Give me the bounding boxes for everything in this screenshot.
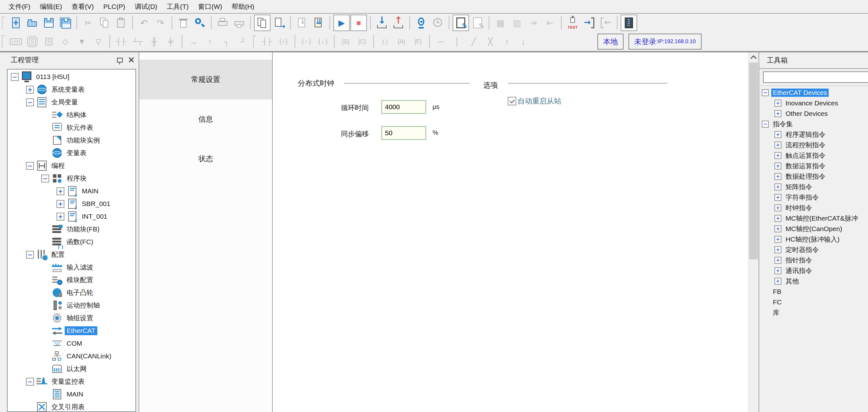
- tree-item-global-vars[interactable]: −全局变量: [8, 96, 135, 109]
- expand-icon[interactable]: +: [774, 257, 784, 264]
- expand-icon[interactable]: +: [774, 236, 784, 243]
- expand-icon[interactable]: +: [774, 204, 784, 211]
- toolbox-item-fb[interactable]: FB: [759, 286, 868, 297]
- toolbox-item-ethercat-devices[interactable]: −EtherCAT Devices: [759, 87, 868, 98]
- collapse-icon[interactable]: −: [762, 121, 771, 127]
- tree-item-plc[interactable]: −0113 [H5U]: [8, 70, 135, 83]
- collapse-icon[interactable]: −: [11, 73, 21, 81]
- auto-restart-checkbox[interactable]: [508, 97, 516, 106]
- expand-icon[interactable]: +: [774, 110, 784, 117]
- toolbox-item-other-devices[interactable]: +Other Devices: [759, 108, 868, 119]
- menu-item[interactable]: 编辑(E): [35, 0, 67, 13]
- expand-icon[interactable]: +: [774, 163, 784, 170]
- expand-icon[interactable]: +: [774, 194, 784, 201]
- save-all-button[interactable]: [57, 15, 73, 31]
- toolbox-item-pointer[interactable]: +指针指令: [759, 255, 868, 265]
- tree-item-ethercat[interactable]: EtherCAT: [8, 324, 135, 337]
- save-button[interactable]: [41, 15, 57, 31]
- expand-icon[interactable]: +: [57, 187, 67, 195]
- toolbox-item-comm[interactable]: +通讯指令: [759, 265, 868, 276]
- toolbox-item-program-logic[interactable]: +程序逻辑指令: [759, 129, 868, 140]
- toolbox-item-contact-ops[interactable]: +触点运算指令: [759, 150, 868, 160]
- toolbox-item-data-ops[interactable]: +数据运算指令: [759, 160, 868, 171]
- expand-icon[interactable]: +: [26, 86, 36, 94]
- menu-item[interactable]: 帮助(H): [227, 0, 259, 13]
- toolbox-item-clock[interactable]: +时钟指令: [759, 203, 868, 213]
- tab-general-settings[interactable]: 常规设置: [139, 60, 272, 99]
- tree-item-axis-group[interactable]: 轴组设置: [8, 312, 135, 324]
- tab-info[interactable]: 信息: [139, 99, 272, 139]
- menu-item[interactable]: 窗口(W): [193, 0, 227, 13]
- tree-item-fb[interactable]: 功能块(FB): [8, 223, 135, 236]
- tree-item-main[interactable]: +MAIN: [8, 185, 135, 198]
- expand-icon[interactable]: +: [774, 215, 784, 222]
- tree-item-input-filter[interactable]: 输入滤波: [8, 261, 135, 274]
- expand-icon[interactable]: +: [774, 100, 784, 107]
- tree-item-motion-axis[interactable]: 运动控制轴: [8, 299, 135, 312]
- tree-item-system-vars[interactable]: +系统变量表: [8, 83, 135, 96]
- tree-item-var-table[interactable]: 变量表: [8, 147, 135, 159]
- collapse-icon[interactable]: −: [26, 378, 36, 386]
- compile-button[interactable]: [254, 14, 271, 31]
- scroll-up-button[interactable]: [748, 52, 758, 62]
- toolbox-item-hc-pulse[interactable]: +HC轴控(脉冲输入): [759, 234, 868, 244]
- expand-icon[interactable]: +: [57, 213, 67, 220]
- expand-icon[interactable]: +: [774, 131, 784, 138]
- tree-item-com[interactable]: COM: [8, 337, 135, 350]
- menu-item[interactable]: PLC(P): [99, 0, 130, 13]
- online-edit-button[interactable]: [453, 14, 469, 31]
- monitor-button[interactable]: [413, 15, 429, 31]
- toolbox-item-timer[interactable]: +定时器指令: [759, 244, 868, 255]
- open-project-button[interactable]: [24, 15, 40, 31]
- collapse-icon[interactable]: −: [26, 162, 36, 170]
- tree-item-can[interactable]: CAN(CANLink): [8, 350, 135, 362]
- close-icon[interactable]: [128, 57, 134, 63]
- build-list-button[interactable]: [310, 15, 326, 31]
- pin-icon[interactable]: [117, 58, 123, 62]
- usb-test-button[interactable]: TEST: [565, 15, 581, 31]
- menu-item[interactable]: 文件(F): [4, 0, 35, 13]
- tree-item-ecam[interactable]: 电子凸轮: [8, 286, 135, 299]
- expand-icon[interactable]: +: [774, 278, 784, 285]
- tree-item-fb-instance[interactable]: 功能块实例: [8, 134, 135, 147]
- toolbox-item-matrix[interactable]: +矩阵指令: [759, 182, 868, 192]
- collapse-icon[interactable]: −: [26, 251, 36, 259]
- sync-offset-input[interactable]: [381, 126, 426, 140]
- expand-icon[interactable]: +: [774, 246, 784, 253]
- toolbox-item-flow-control[interactable]: +流程控制指令: [759, 140, 868, 150]
- toolbox-item-other[interactable]: +其他: [759, 276, 868, 286]
- tree-item-watch-table[interactable]: −变量监控表: [8, 375, 135, 388]
- tree-item-program-blocks[interactable]: −程序块: [8, 172, 135, 185]
- toolbox-item-string[interactable]: +字符串指令: [759, 192, 868, 203]
- tree-item-config[interactable]: −配置: [8, 248, 135, 261]
- toolbox-item-inovance-devices[interactable]: +Inovance Devices: [759, 98, 868, 108]
- toolbox-item-instruction-set[interactable]: −指令集: [759, 119, 868, 129]
- collapse-icon[interactable]: −: [41, 175, 51, 182]
- toolbox-search-input[interactable]: [763, 71, 868, 83]
- tree-item-struct[interactable]: 结构体: [8, 109, 135, 121]
- menu-item[interactable]: 调试(D): [130, 0, 162, 13]
- expand-icon[interactable]: +: [774, 142, 784, 149]
- toolbox-item-library[interactable]: 库: [759, 307, 868, 318]
- tree-item-module-config[interactable]: 模块配置: [8, 274, 135, 286]
- menu-item[interactable]: 查看(V): [67, 0, 99, 13]
- collapse-icon[interactable]: −: [762, 89, 771, 96]
- toolbox-item-mc-canopen[interactable]: +MC轴控(CanOpen): [759, 224, 868, 234]
- stop-button[interactable]: ■: [350, 14, 367, 31]
- device-view-button[interactable]: [621, 14, 637, 31]
- toolbox-item-data-processing[interactable]: +数据处理指令: [759, 171, 868, 182]
- toolbox-item-mc-ethercat[interactable]: +MC轴控(EtherCAT&脉冲: [759, 213, 868, 224]
- expand-icon[interactable]: +: [774, 152, 784, 159]
- login-status-button[interactable]: 未登录:IP:192.168.0.10: [628, 34, 702, 50]
- toolbox-item-fc[interactable]: FC: [759, 297, 868, 307]
- expand-icon[interactable]: +: [774, 173, 784, 180]
- download-plc-button[interactable]: [374, 15, 390, 31]
- scrollbar-thumb[interactable]: [749, 62, 758, 259]
- tab-status[interactable]: 状态: [139, 139, 272, 179]
- new-project-button[interactable]: [8, 15, 24, 31]
- collapse-icon[interactable]: −: [26, 98, 36, 106]
- menu-item[interactable]: 工具(T): [162, 0, 193, 13]
- cycle-time-input[interactable]: [381, 100, 426, 114]
- tree-item-watch-main[interactable]: MAIN: [8, 388, 135, 401]
- login-button[interactable]: [581, 15, 597, 31]
